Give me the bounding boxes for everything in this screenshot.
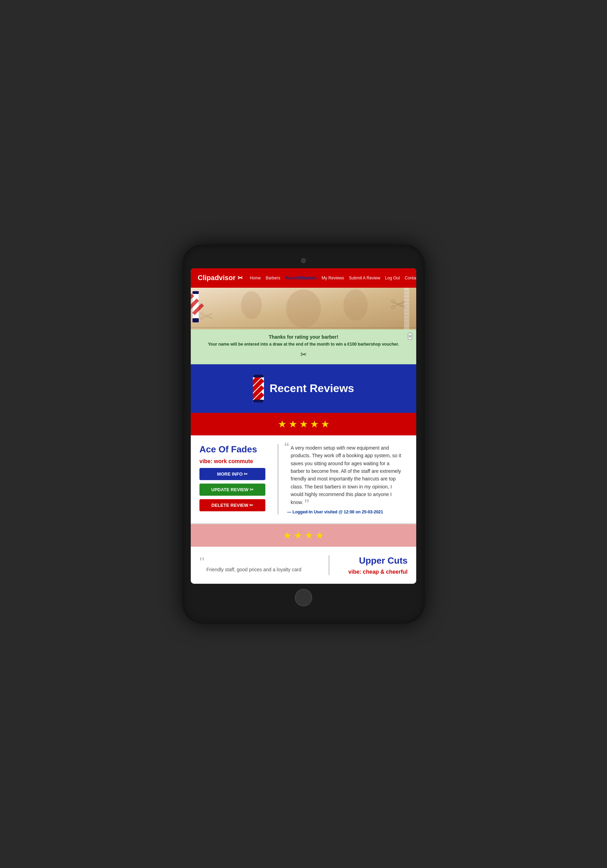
navbar: Clipadvisor ✂ Home Barbers Recent Review…	[191, 268, 416, 288]
brand-scissors-icon: ✂	[238, 274, 243, 282]
barber-pole-icon	[253, 375, 264, 403]
nav-logout[interactable]: Log Out	[385, 276, 400, 281]
star-5: ★	[321, 418, 329, 430]
star-bar-review-2: ★ ★ ★ ★	[191, 524, 416, 547]
delete-review-button[interactable]: DELETE REVIEW ✂	[199, 499, 265, 511]
svg-point-11	[343, 290, 368, 321]
svg-rect-25	[253, 375, 264, 378]
review-text-1: A very modern setup with new equipment a…	[287, 444, 408, 506]
hero-title: Recent Reviews	[270, 382, 354, 395]
nav-my-reviews[interactable]: My Reviews	[321, 276, 344, 281]
brand-name: Clipadvisor	[198, 274, 236, 282]
tablet-frame: Clipadvisor ✂ Home Barbers Recent Review…	[182, 244, 425, 624]
svg-point-9	[286, 290, 321, 328]
review-left-2: " Friendly staff, good prices and a loya…	[199, 555, 320, 575]
update-review-button[interactable]: UPDATE REVIEW ✂	[199, 484, 265, 496]
star-4-r2: ★	[315, 530, 324, 541]
star-4: ★	[310, 418, 319, 430]
star-3-r2: ★	[304, 530, 313, 541]
star-1-r2: ★	[283, 530, 292, 541]
nav-barbers[interactable]: Barbers	[266, 276, 280, 281]
svg-text:✂: ✂	[199, 307, 214, 326]
review-vibe-1: vibe: work commute	[199, 458, 253, 465]
header-background: ✂ ✂	[191, 288, 416, 329]
star-2: ★	[289, 418, 297, 430]
alert-close-button[interactable]: ×	[408, 333, 412, 340]
nav-home[interactable]: Home	[250, 276, 261, 281]
review-vibe-2: vibe: cheap & cheerful	[338, 569, 408, 575]
review-text-2: Friendly staff, good prices and a loyalt…	[206, 559, 320, 574]
review-right-2: Upper Cuts vibe: cheap & cheerful	[338, 555, 408, 575]
tablet-home-button[interactable]	[295, 589, 312, 606]
shop-name-1: Ace Of Fades	[199, 444, 257, 455]
nav-links: Home Barbers Recent Reviews My Reviews S…	[250, 276, 416, 281]
more-info-button[interactable]: MORE INFO ✂	[199, 468, 265, 480]
brand-logo: Clipadvisor ✂	[198, 274, 243, 282]
svg-rect-3	[193, 318, 199, 322]
svg-rect-26	[253, 400, 264, 403]
header-bg-art: ✂ ✂	[191, 288, 416, 329]
review-right-1: A very modern setup with new equipment a…	[287, 444, 408, 515]
header-illustration: ✂ ✂	[191, 288, 416, 329]
nav-submit-review[interactable]: Submit A Review	[349, 276, 380, 281]
star-1: ★	[278, 418, 287, 430]
star-2-r2: ★	[294, 530, 303, 541]
star-bar-review-1: ★ ★ ★ ★ ★	[191, 413, 416, 436]
review-card-1: Ace Of Fades vibe: work commute MORE INF…	[191, 436, 416, 524]
review-divider-2	[329, 555, 329, 575]
tablet-screen: Clipadvisor ✂ Home Barbers Recent Review…	[191, 268, 416, 584]
shop-name-2: Upper Cuts	[338, 555, 408, 566]
star-3: ★	[299, 418, 308, 430]
nav-recent-reviews[interactable]: Recent Reviews	[285, 276, 317, 281]
tablet-camera	[301, 258, 306, 263]
alert-banner: × Thanks for rating your barber! Your na…	[191, 329, 416, 364]
alert-scissors-icon: ✂	[201, 350, 406, 359]
review-left-1: Ace Of Fades vibe: work commute MORE INF…	[199, 444, 269, 515]
alert-title: Thanks for rating your barber!	[201, 334, 406, 340]
nav-contact[interactable]: Contact	[405, 276, 416, 281]
svg-point-10	[241, 291, 262, 319]
review-card-2: " Friendly staff, good prices and a loya…	[191, 547, 416, 584]
alert-body: Your name will be entered into a draw at…	[201, 341, 406, 347]
svg-rect-2	[193, 291, 199, 294]
hero-section: Recent Reviews	[191, 364, 416, 413]
review-divider-1	[278, 444, 278, 515]
